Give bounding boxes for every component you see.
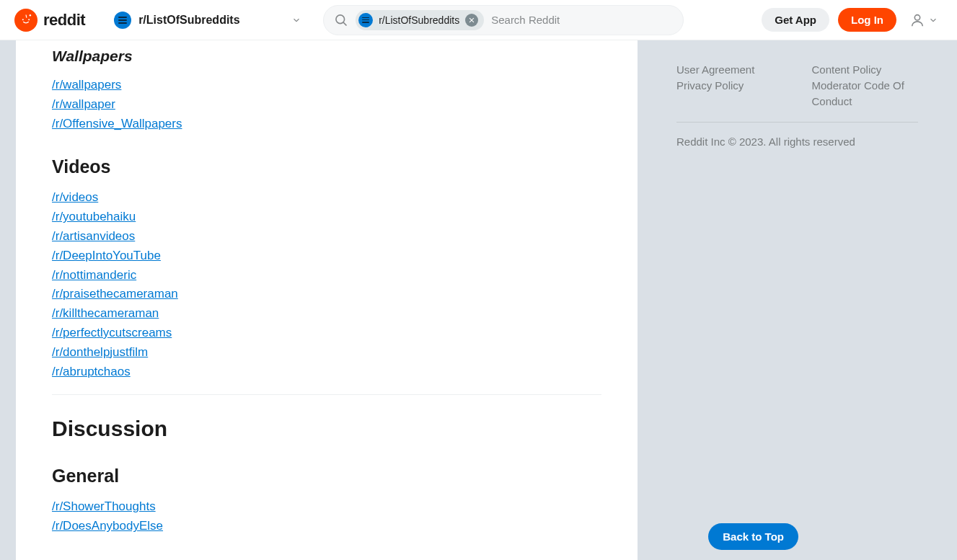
svg-point-1 bbox=[28, 19, 30, 20]
subreddit-link[interactable]: /r/youtubehaiku bbox=[52, 210, 136, 223]
subreddit-link[interactable]: /r/killthecameraman bbox=[52, 306, 159, 320]
link-list: /r/videos/r/youtubehaiku/r/artisanvideos… bbox=[52, 189, 601, 380]
logo[interactable]: reddit bbox=[14, 9, 85, 32]
subreddit-link[interactable]: /r/ShowerThoughts bbox=[52, 499, 156, 513]
section-heading: Discussion bbox=[52, 417, 601, 441]
subreddit-link[interactable]: /r/Offensive_Wallpapers bbox=[52, 117, 182, 130]
subreddit-icon bbox=[358, 13, 373, 27]
subreddit-link[interactable]: /r/wallpapers bbox=[52, 78, 121, 92]
svg-line-5 bbox=[343, 22, 346, 25]
log-in-button[interactable]: Log In bbox=[838, 8, 896, 32]
subreddit-selector[interactable]: r/ListOfSubreddits bbox=[107, 7, 309, 33]
footer-links: User Agreement Privacy Policy Content Po… bbox=[676, 62, 918, 123]
footer-col-2: Content Policy Moderator Code Of Conduct bbox=[812, 62, 919, 109]
user-menu[interactable] bbox=[905, 8, 943, 32]
svg-point-8 bbox=[914, 14, 919, 19]
subreddit-icon bbox=[114, 12, 131, 29]
user-icon bbox=[909, 12, 925, 28]
separator bbox=[52, 394, 601, 395]
svg-point-2 bbox=[30, 14, 32, 17]
svg-point-4 bbox=[336, 14, 345, 23]
subreddit-link[interactable]: /r/videos bbox=[52, 190, 98, 204]
footer-link-moderator-code[interactable]: Moderator Code Of Conduct bbox=[812, 78, 919, 110]
search-icon bbox=[334, 13, 348, 27]
back-to-top-button[interactable]: Back to Top bbox=[708, 523, 798, 550]
svg-point-3 bbox=[21, 17, 32, 25]
section-heading: Wallpapers bbox=[52, 48, 601, 65]
header-actions: Get App Log In bbox=[762, 8, 943, 32]
subreddit-name: r/ListOfSubreddits bbox=[138, 14, 239, 27]
link-list: /r/wallpapers/r/wallpaper/r/Offensive_Wa… bbox=[52, 76, 601, 132]
subreddit-link[interactable]: /r/nottimanderic bbox=[52, 268, 136, 282]
chevron-down-icon bbox=[928, 15, 938, 25]
subreddit-link[interactable]: /r/abruptchaos bbox=[52, 365, 131, 378]
clear-scope-button[interactable] bbox=[465, 14, 478, 27]
footer-link-user-agreement[interactable]: User Agreement bbox=[676, 62, 783, 78]
subreddit-link[interactable]: /r/wallpaper bbox=[52, 97, 115, 111]
subreddit-link[interactable]: /r/DoesAnybodyElse bbox=[52, 519, 163, 533]
subreddit-link[interactable]: /r/DeepIntoYouTube bbox=[52, 249, 161, 262]
subreddit-link[interactable]: /r/donthelpjustfilm bbox=[52, 345, 148, 359]
search-input[interactable] bbox=[491, 14, 673, 26]
subreddit-link[interactable]: /r/perfectlycutscreams bbox=[52, 326, 172, 339]
close-icon bbox=[468, 17, 475, 24]
search-bar[interactable]: r/ListOfSubreddits bbox=[323, 5, 684, 35]
subreddit-link[interactable]: /r/praisethecameraman bbox=[52, 287, 178, 301]
section-heading: General bbox=[52, 466, 601, 486]
copyright-text: Reddit Inc © 2023. All rights reserved bbox=[676, 135, 918, 148]
footer-link-content-policy[interactable]: Content Policy bbox=[812, 62, 919, 78]
search-pill-text: r/ListOfSubreddits bbox=[379, 14, 459, 26]
search-container: r/ListOfSubreddits bbox=[323, 5, 684, 35]
link-list: /r/ShowerThoughts/r/DoesAnybodyElse bbox=[52, 498, 601, 535]
svg-point-0 bbox=[22, 19, 24, 20]
logo-text: reddit bbox=[43, 11, 85, 30]
post-content: Wallpapers/r/wallpapers/r/wallpaper/r/Of… bbox=[16, 40, 638, 560]
search-scope-pill: r/ListOfSubreddits bbox=[356, 10, 484, 30]
header: reddit r/ListOfSubreddits r/ListOfSubred… bbox=[0, 0, 957, 40]
reddit-logo-icon bbox=[14, 9, 38, 32]
get-app-button[interactable]: Get App bbox=[762, 8, 829, 32]
section-heading: Videos bbox=[52, 156, 601, 177]
chevron-down-icon bbox=[291, 15, 301, 25]
sidebar: User Agreement Privacy Policy Content Po… bbox=[655, 40, 940, 560]
subreddit-link[interactable]: /r/artisanvideos bbox=[52, 229, 135, 243]
footer-link-privacy-policy[interactable]: Privacy Policy bbox=[676, 78, 783, 94]
footer-col-1: User Agreement Privacy Policy bbox=[676, 62, 783, 109]
